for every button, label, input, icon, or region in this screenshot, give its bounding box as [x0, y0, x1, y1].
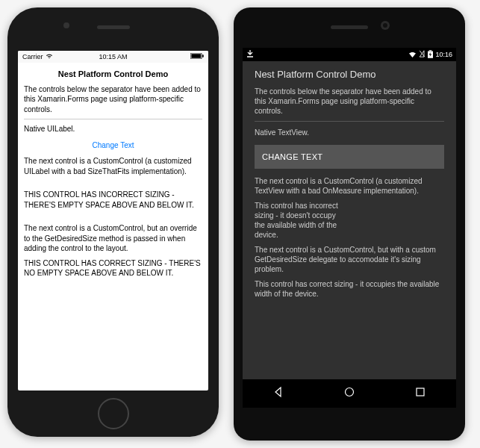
- intro-text: The controls below the separator have be…: [255, 87, 444, 116]
- description-text: The next control is a CustomControl, but…: [255, 245, 444, 274]
- native-uilabel: Native UILabel.: [24, 124, 202, 134]
- wifi-icon: [46, 53, 53, 60]
- separator: [24, 119, 202, 119]
- separator: [255, 121, 444, 122]
- svg-point-5: [345, 388, 353, 396]
- carrier-label: Carrier: [22, 53, 43, 60]
- android-content-area: Nest Platform Control Demo The controls …: [243, 61, 456, 379]
- svg-rect-2: [202, 55, 204, 57]
- home-button[interactable]: [343, 386, 355, 401]
- status-time: 10:16: [435, 51, 452, 58]
- description-text: The next control is a CustomControl, but…: [24, 223, 202, 254]
- no-sim-icon: [419, 50, 426, 59]
- android-device-frame: 10:16 Nest Platform Control Demo The con…: [234, 7, 465, 441]
- page-title: Nest Platform Control Demo: [255, 69, 444, 81]
- ios-content-area: Nest Platform Control Demo The controls …: [18, 63, 208, 391]
- camera-icon: [381, 21, 390, 30]
- android-nav-bar: [243, 379, 456, 408]
- battery-icon: [428, 50, 433, 60]
- back-button[interactable]: [272, 386, 284, 401]
- svg-rect-6: [417, 388, 424, 396]
- intro-text: The controls below the separator have be…: [24, 84, 202, 115]
- iphone-screen: Carrier 10:15 AM Nest Platform Control D…: [18, 51, 208, 391]
- android-screen: 10:16 Nest Platform Control Demo The con…: [243, 48, 456, 408]
- correct-sizing-label: THIS CONTROL HAS CORRECT SIZING - THERE'…: [24, 258, 202, 279]
- description-text: The next control is a CustomControl (a c…: [255, 176, 444, 196]
- change-text-button[interactable]: Change Text: [24, 140, 202, 151]
- android-status-bar: 10:16: [243, 48, 456, 61]
- description-text: The next control is a CustomControl (a c…: [24, 156, 202, 176]
- wifi-icon: [408, 51, 417, 59]
- correct-sizing-label: This control has correct sizing - it occ…: [255, 279, 444, 299]
- home-button[interactable]: [98, 398, 129, 429]
- download-icon: [246, 50, 254, 59]
- status-time: 10:15 AM: [83, 53, 143, 60]
- iphone-device-frame: Carrier 10:15 AM Nest Platform Control D…: [7, 7, 219, 437]
- incorrect-sizing-label: THIS CONTROL HAS INCORRECT SIZING - THER…: [24, 190, 202, 210]
- svg-rect-3: [429, 50, 432, 51]
- incorrect-sizing-label: This control has incorrect sizing - it d…: [255, 201, 346, 240]
- battery-icon: [190, 53, 204, 60]
- page-title: Nest Platform Control Demo: [24, 69, 202, 80]
- svg-rect-1: [191, 54, 201, 58]
- native-textview: Native TextView.: [255, 128, 444, 137]
- recents-button[interactable]: [414, 386, 426, 401]
- change-text-button[interactable]: CHANGE TEXT: [255, 145, 444, 169]
- ios-status-bar: Carrier 10:15 AM: [18, 51, 208, 63]
